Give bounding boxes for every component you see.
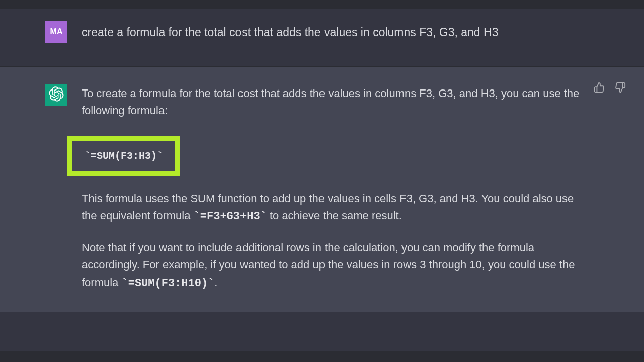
- assistant-paragraph-2: This formula uses the SUM function to ad…: [82, 190, 585, 225]
- thumbs-down-button[interactable]: [614, 82, 627, 95]
- user-avatar-initials: MA: [50, 27, 63, 36]
- assistant-avatar: [45, 84, 67, 106]
- bottom-bar: [0, 351, 644, 362]
- inline-formula-1: `=F3+G3+H3`: [194, 210, 267, 223]
- formula-highlight-box: `=SUM(F3:H3)`: [67, 136, 180, 176]
- para2-text-b: to achieve the same result.: [267, 209, 402, 222]
- user-avatar: MA: [45, 21, 67, 43]
- user-message-text: create a formula for the total cost that…: [82, 26, 498, 39]
- thumbs-down-icon: [615, 82, 626, 95]
- user-message-row: MA create a formula for the total cost t…: [0, 9, 644, 66]
- inline-formula-2: `=SUM(F3:H10)`: [121, 277, 214, 290]
- thumbs-up-button[interactable]: [593, 82, 606, 95]
- assistant-message-row: To create a formula for the total cost t…: [0, 66, 644, 312]
- thumbs-up-icon: [594, 82, 605, 95]
- assistant-intro: To create a formula for the total cost t…: [82, 85, 585, 119]
- assistant-message-content: To create a formula for the total cost t…: [82, 84, 585, 292]
- top-bar: [0, 0, 644, 9]
- feedback-buttons: [593, 82, 627, 95]
- openai-icon: [49, 86, 64, 104]
- assistant-paragraph-3: Note that if you want to include additio…: [82, 239, 585, 292]
- user-message-content: create a formula for the total cost that…: [82, 21, 585, 43]
- para3-text-b: .: [214, 276, 217, 289]
